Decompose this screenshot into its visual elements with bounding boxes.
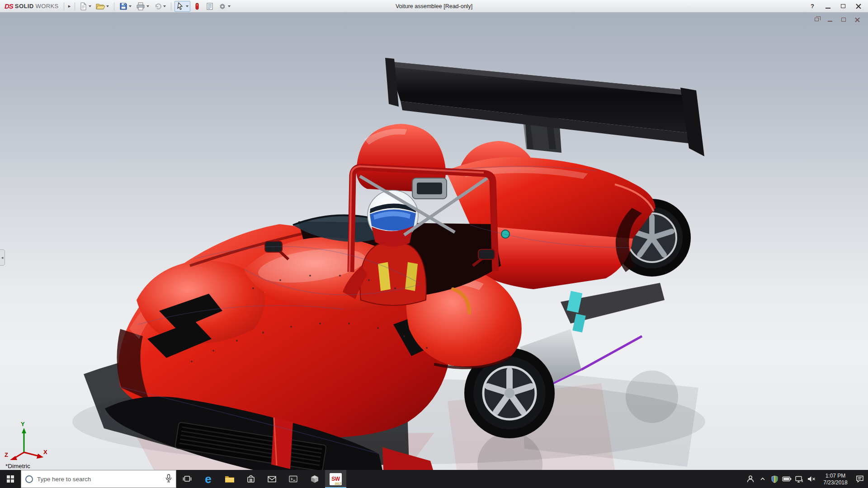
triad-x-label: X — [43, 449, 47, 455]
windows-taskbar: e SW 2017 — [0, 470, 868, 488]
maximize-icon — [841, 18, 846, 22]
help-glyph: ? — [811, 3, 814, 9]
clock-time: 1:07 PM — [817, 473, 854, 479]
save-icon — [119, 2, 127, 10]
dropdown-caret[interactable] — [163, 5, 166, 7]
help-button[interactable]: ? — [805, 0, 820, 12]
network-tray-button[interactable] — [793, 470, 805, 488]
divider — [75, 2, 75, 10]
close-button[interactable] — [851, 0, 866, 12]
orientation-triad: Y X Z — [4, 417, 49, 460]
ds-logo-icon: DS — [5, 2, 13, 10]
speaker-icon — [807, 475, 816, 483]
cortana-icon — [25, 475, 33, 483]
undo-button[interactable] — [152, 1, 168, 12]
maximize-icon — [841, 4, 845, 8]
document-window-controls — [813, 16, 861, 23]
close-icon — [856, 4, 861, 9]
edge-browser-button[interactable]: e — [198, 470, 219, 488]
window-controls: ? — [805, 0, 866, 12]
mail-button[interactable] — [261, 470, 283, 488]
shield-icon — [771, 475, 778, 483]
undo-icon — [154, 2, 162, 10]
sw-year-label: 2017 — [335, 482, 341, 485]
file-properties-button[interactable] — [204, 1, 216, 12]
store-button[interactable] — [240, 470, 261, 488]
open-folder-icon — [96, 2, 105, 10]
battery-tray-button[interactable] — [781, 470, 793, 488]
hidden-icons-button[interactable] — [756, 470, 769, 488]
collapse-arrow-icon: ◂ — [1, 255, 4, 260]
rebuild-button[interactable] — [191, 1, 203, 12]
solidworks-logo: DS SOLIDWORKS — [2, 2, 61, 10]
triad-y-label: Y — [21, 421, 25, 427]
taskbar-search[interactable] — [21, 470, 176, 488]
action-center-icon — [855, 474, 864, 483]
chevron-up-icon — [759, 475, 766, 483]
cube-app-icon — [310, 474, 320, 484]
select-tool-button[interactable] — [175, 1, 190, 12]
toolbar-flyout-arrow[interactable]: ▸ — [66, 3, 73, 9]
solidworks-app-button[interactable]: SW 2017 — [325, 470, 346, 488]
terminal-app-button[interactable] — [283, 470, 304, 488]
standard-toolbar — [77, 1, 232, 12]
people-button[interactable] — [744, 470, 756, 488]
doc-minimize-button[interactable] — [826, 16, 834, 23]
edrawings-app-button[interactable] — [304, 470, 325, 488]
doc-maximize-button[interactable] — [840, 16, 847, 23]
doc-close-button[interactable] — [854, 16, 861, 23]
open-button[interactable] — [94, 1, 111, 12]
sw-label: SW — [331, 476, 340, 482]
brand-works: WORKS — [36, 3, 59, 9]
new-document-button[interactable] — [77, 1, 93, 12]
dropdown-caret[interactable] — [106, 5, 109, 7]
windows-logo-icon — [7, 475, 14, 483]
solidworks-app-icon: SW 2017 — [330, 473, 342, 485]
dropdown-caret[interactable] — [228, 5, 231, 7]
system-tray: 1:07 PM 7/23/2018 — [744, 470, 868, 488]
maximize-button[interactable] — [835, 0, 851, 12]
start-button[interactable] — [0, 470, 21, 488]
viewport-3d[interactable]: ◂ Y X Z *Dimetric — [0, 13, 868, 470]
mail-icon — [267, 474, 277, 484]
file-explorer-button[interactable] — [219, 470, 240, 488]
minimize-button[interactable] — [820, 0, 835, 12]
taskbar-clock[interactable]: 1:07 PM 7/23/2018 — [817, 472, 854, 486]
search-input[interactable] — [37, 476, 161, 483]
dropdown-caret[interactable] — [89, 5, 91, 7]
divider — [171, 2, 171, 10]
view-orientation-label: *Dimetric — [5, 463, 30, 469]
task-view-icon — [182, 474, 192, 484]
defender-tray-button[interactable] — [769, 470, 781, 488]
print-icon — [136, 2, 145, 10]
car-assembly-render — [0, 13, 868, 470]
dropdown-caret[interactable] — [186, 5, 189, 7]
file-explorer-icon — [224, 474, 235, 484]
volume-tray-button[interactable] — [805, 470, 817, 488]
task-view-button[interactable] — [176, 470, 198, 488]
microphone-icon[interactable] — [165, 474, 172, 484]
restore-icon — [815, 18, 819, 21]
options-button[interactable] — [217, 1, 232, 12]
edge-icon: e — [205, 473, 211, 485]
battery-icon — [782, 476, 792, 482]
close-icon — [855, 17, 860, 22]
clock-date: 7/23/2018 — [817, 479, 854, 486]
terminal-icon — [288, 474, 298, 484]
rebuild-icon — [193, 2, 201, 10]
triad-z-label: Z — [5, 451, 8, 458]
doc-restore-button[interactable] — [813, 16, 820, 23]
new-document-icon — [79, 2, 87, 10]
action-center-button[interactable] — [854, 470, 866, 488]
print-button[interactable] — [134, 1, 151, 12]
network-icon — [795, 475, 803, 483]
dropdown-caret[interactable] — [146, 5, 149, 7]
panel-collapse-tab[interactable]: ◂ — [0, 249, 5, 266]
minimize-icon — [826, 8, 830, 9]
app-titlebar: DS SOLIDWORKS ▸ — [0, 0, 868, 13]
save-button[interactable] — [118, 1, 133, 12]
minimize-icon — [828, 21, 832, 22]
dropdown-caret[interactable] — [129, 5, 132, 7]
person-icon — [746, 474, 755, 483]
store-icon — [246, 474, 256, 484]
